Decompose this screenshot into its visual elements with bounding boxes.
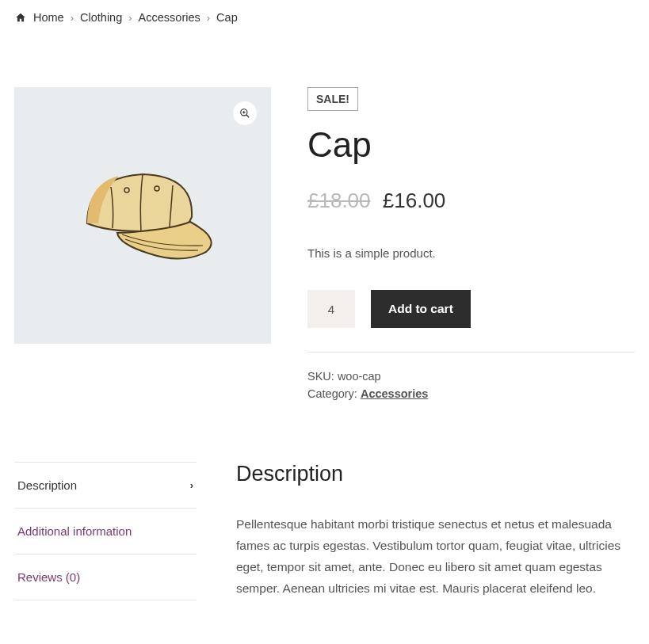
svg-line-1 <box>246 115 250 118</box>
product-tabs: Description › Additional information Rev… <box>14 462 635 600</box>
product: SALE! Cap £18.00 £16.00 This is a simple… <box>14 87 635 405</box>
chevron-right-icon: › <box>190 479 193 491</box>
zoom-icon[interactable] <box>233 101 257 125</box>
chevron-right-icon: › <box>71 12 74 24</box>
category-row: Category: Accessories <box>307 387 635 400</box>
tabs-list: Description › Additional information Rev… <box>14 462 197 600</box>
chevron-right-icon: › <box>128 12 132 24</box>
tab-description[interactable]: Description › <box>14 462 197 508</box>
sku-label: SKU: <box>307 370 338 383</box>
panel-heading: Description <box>236 462 635 486</box>
tab-label: Additional information <box>17 524 132 538</box>
add-to-cart-form: Add to cart <box>307 290 635 328</box>
sku-row: SKU: woo-cap <box>307 370 635 383</box>
product-title: Cap <box>307 125 635 165</box>
breadcrumb-clothing[interactable]: Clothing <box>80 11 122 24</box>
breadcrumb-current: Cap <box>216 11 238 24</box>
breadcrumb-accessories[interactable]: Accessories <box>139 11 200 24</box>
category-link[interactable]: Accessories <box>361 387 428 400</box>
tab-additional-information[interactable]: Additional information <box>14 508 197 554</box>
tab-label: Description <box>17 478 77 492</box>
sku-value: woo-cap <box>338 370 381 383</box>
product-summary: SALE! Cap £18.00 £16.00 This is a simple… <box>307 87 635 405</box>
product-meta: SKU: woo-cap Category: Accessories <box>307 352 635 400</box>
add-to-cart-button[interactable]: Add to cart <box>371 290 471 328</box>
product-image-column <box>14 87 271 405</box>
tab-panel-description: Description Pellentesque habitant morbi … <box>236 462 635 600</box>
tab-label: Reviews (0) <box>17 570 80 584</box>
home-icon[interactable] <box>14 12 27 23</box>
cap-illustration <box>63 152 222 279</box>
panel-body: Pellentesque habitant morbi tristique se… <box>236 513 635 600</box>
category-label: Category: <box>307 387 361 400</box>
price-old: £18.00 <box>307 189 371 212</box>
product-image[interactable] <box>14 87 271 344</box>
price-new: £16.00 <box>383 189 446 212</box>
breadcrumb: Home › Clothing › Accessories › Cap <box>14 11 635 24</box>
sale-badge: SALE! <box>307 87 358 111</box>
chevron-right-icon: › <box>207 12 210 24</box>
breadcrumb-home[interactable]: Home <box>33 11 64 24</box>
product-short-description: This is a simple product. <box>307 246 635 260</box>
tab-reviews[interactable]: Reviews (0) <box>14 554 197 600</box>
quantity-input[interactable] <box>307 290 355 328</box>
price: £18.00 £16.00 <box>307 189 635 213</box>
